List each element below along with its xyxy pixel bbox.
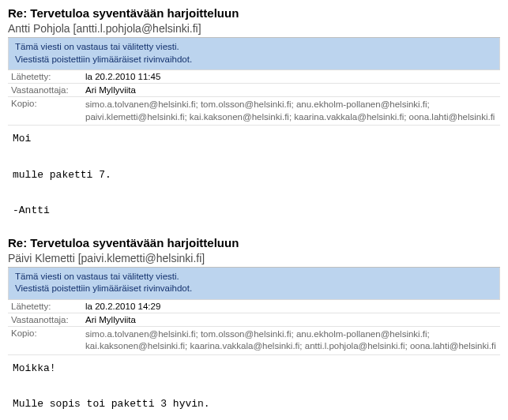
- email-notice: Tämä viesti on vastaus tai välitetty vie…: [8, 268, 500, 300]
- cc-label: Kopio:: [8, 326, 82, 354]
- cc-label: Kopio:: [8, 97, 82, 126]
- sent-label: Lähetetty:: [8, 300, 82, 313]
- notice-line: Tämä viesti on vastaus tai välitetty vie…: [15, 271, 493, 283]
- email-meta: Lähetetty: la 20.2.2010 11:45 Vastaanott…: [8, 70, 500, 126]
- email-sender: Antti Pohjola [antti.l.pohjola@helsinki.…: [8, 21, 500, 38]
- sent-value: la 20.2.2010 11:45: [82, 70, 500, 84]
- to-label: Vastaanottaja:: [8, 84, 82, 97]
- notice-line: Viestistä poistettiin ylimääräiset rivin…: [15, 283, 493, 295]
- cc-value: simo.a.tolvanen@helsinki.fi; tom.olsson@…: [82, 97, 500, 126]
- email-message-2: Re: Tervetuloa syventävään harjoitteluun…: [8, 236, 500, 420]
- sent-value: la 20.2.2010 14:29: [82, 300, 500, 313]
- email-body: Moikka! Mulle sopis toi paketti 3 hyvin.…: [8, 355, 500, 420]
- email-sender: Päivi Klemetti [paivi.klemetti@helsinki.…: [8, 251, 500, 268]
- email-meta: Lähetetty: la 20.2.2010 14:29 Vastaanott…: [8, 300, 500, 355]
- email-subject: Re: Tervetuloa syventävään harjoitteluun: [8, 6, 500, 20]
- to-value: Ari Myllyviita: [82, 84, 500, 97]
- email-body: Moi mulle paketti 7. -Antti: [8, 126, 500, 222]
- notice-line: Tämä viesti on vastaus tai välitetty vie…: [15, 41, 493, 54]
- to-label: Vastaanottaja:: [8, 313, 82, 326]
- email-notice: Tämä viesti on vastaus tai välitetty vie…: [8, 38, 500, 70]
- cc-value: simo.a.tolvanen@helsinki.fi; tom.olsson@…: [82, 326, 500, 354]
- notice-line: Viestistä poistettiin ylimääräiset rivin…: [15, 54, 493, 66]
- sent-label: Lähetetty:: [8, 70, 82, 84]
- email-subject: Re: Tervetuloa syventävään harjoitteluun: [8, 236, 500, 249]
- to-value: Ari Myllyviita: [82, 313, 500, 326]
- email-message-1: Re: Tervetuloa syventävään harjoitteluun…: [8, 6, 500, 222]
